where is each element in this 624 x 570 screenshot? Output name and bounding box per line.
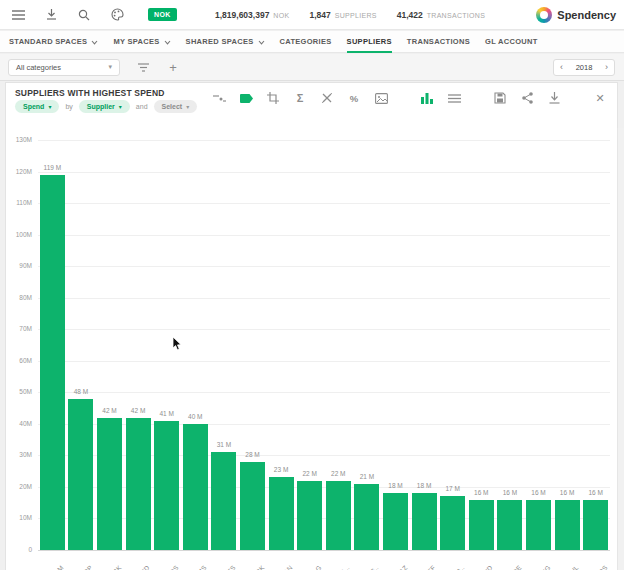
bar-UTERS[interactable] [154, 421, 179, 550]
gridline [38, 235, 610, 236]
y-tick-label: 0 [6, 546, 32, 553]
tab-gl-account[interactable]: GL ACCOUNT [485, 31, 538, 53]
bar-KONG[interactable] [526, 500, 551, 550]
category-select[interactable]: All categories ▾ [8, 59, 120, 76]
top-bar: NOK 1,819,603,397NOK1,847SUPPLIERS41,422… [0, 0, 624, 30]
close-icon[interactable]: ✕ [593, 91, 607, 105]
bar-ESTOP[interactable] [68, 399, 93, 550]
year-value[interactable]: 2018 [576, 63, 593, 72]
chart-panel: SUPPLIERS WITH HIGHEST SPEND Spend▾ by S… [5, 82, 618, 570]
bar-ROCK[interactable] [240, 462, 265, 550]
bar-FOODS[interactable] [583, 500, 608, 550]
gridline [38, 392, 610, 393]
palette-icon[interactable] [109, 7, 125, 23]
bar-SUL..[interactable] [326, 481, 351, 550]
sum-icon[interactable]: Σ [293, 91, 307, 105]
export-download-icon[interactable] [547, 91, 561, 105]
bar-Y BIG..[interactable] [354, 484, 379, 550]
tab-transactions[interactable]: TRANSACTIONS [407, 31, 470, 53]
stat: 41,422TRANSACTIONS [397, 10, 485, 20]
bar-value-label: 16 M [576, 489, 616, 496]
bar-AWA..[interactable] [440, 496, 465, 550]
app-window: NOK 1,819,603,397NOK1,847SUPPLIERS41,422… [0, 0, 624, 570]
y-tick-label: 120M [6, 168, 32, 175]
bar-value-label: 21 M [347, 473, 387, 480]
share-icon[interactable] [520, 91, 534, 105]
y-tick-label: 110M [6, 199, 32, 206]
year-next-button[interactable]: › [605, 63, 608, 72]
panel-title: SUPPLIERS WITH HIGHEST SPEND [15, 88, 165, 98]
percent-icon[interactable]: % [347, 91, 361, 105]
y-tick-label: 50M [6, 388, 32, 395]
strikethrough-x-icon[interactable] [320, 91, 334, 105]
tab-shared-spaces[interactable]: SHARED SPACES [186, 31, 265, 53]
gridline [38, 361, 610, 362]
bar-SPAN[interactable] [269, 477, 294, 550]
gridline [38, 140, 610, 141]
trend-icon[interactable] [212, 91, 226, 105]
scrollbar[interactable] [617, 128, 624, 570]
bar-AERSK[interactable] [97, 418, 122, 550]
gridline [38, 329, 610, 330]
chevron-down-icon: ▾ [186, 103, 189, 110]
toolbar-separator [474, 91, 480, 105]
toolbar-separator [401, 91, 407, 105]
download-icon[interactable] [43, 7, 59, 23]
chevron-down-icon: ▾ [48, 103, 51, 110]
year-prev-button[interactable]: ‹ [560, 63, 563, 72]
tab-my-spaces[interactable]: MY SPACES [113, 31, 170, 53]
bar-value-label: 31 M [204, 441, 244, 448]
main-nav: STANDARD SPACESMY SPACESSHARED SPACESCAT… [0, 31, 624, 53]
tab-suppliers[interactable]: SUPPLIERS [347, 31, 392, 53]
secondary-select-pill[interactable]: Select▾ [154, 100, 198, 113]
image-icon[interactable] [374, 91, 388, 105]
bar-value-label: 40 M [175, 413, 215, 420]
bar-KAMAZ[interactable] [383, 493, 408, 550]
bar-value-label: 28 M [233, 451, 273, 458]
x-category-label: .COM [3, 564, 65, 570]
gridline [38, 298, 610, 299]
bar-STUFF[interactable] [412, 493, 437, 550]
chevron-down-icon: ▾ [119, 103, 122, 110]
search-icon[interactable] [76, 7, 92, 23]
brand: Spendency [536, 0, 616, 30]
filter-icon[interactable] [136, 60, 150, 74]
chevron-down-icon: ▾ [108, 63, 112, 71]
save-icon[interactable] [493, 91, 507, 105]
y-tick-label: 60M [6, 357, 32, 364]
stat: 1,847SUPPLIERS [309, 10, 376, 20]
crop-icon[interactable] [266, 91, 280, 105]
brand-name: Spendency [557, 9, 616, 21]
toolbar-separator [574, 91, 580, 105]
y-tick-label: 70M [6, 325, 32, 332]
currency-badge[interactable]: NOK [148, 8, 177, 21]
bar-.COM[interactable] [40, 175, 65, 550]
y-tick-label: 80M [6, 294, 32, 301]
y-tick-label: 40M [6, 420, 32, 427]
bar-RA LTD[interactable] [126, 418, 151, 550]
x-axis-line [38, 550, 610, 551]
bar-value-label: 48 M [61, 388, 101, 395]
list-view-icon[interactable] [447, 91, 461, 105]
label-icon[interactable] [239, 91, 253, 105]
bar-RISES[interactable] [211, 452, 236, 550]
dimension-pill[interactable]: Supplier▾ [79, 100, 130, 113]
brand-logo-icon [536, 7, 552, 23]
bar-WARE[interactable] [497, 500, 522, 550]
bar-CH OIL[interactable] [555, 500, 580, 550]
gridline [38, 172, 610, 173]
tab-categories[interactable]: CATEGORIES [280, 31, 332, 53]
y-tick-label: 30M [6, 451, 32, 458]
menu-icon[interactable] [10, 7, 26, 23]
bar-ND AG[interactable] [297, 481, 322, 550]
measure-pill[interactable]: Spend▾ [15, 100, 59, 113]
topbar-stats: 1,819,603,397NOK1,847SUPPLIERS41,422TRAN… [215, 0, 485, 30]
filter-bar: All categories ▾ + ‹ 2018 › [0, 54, 624, 81]
y-tick-label: 100M [6, 231, 32, 238]
y-tick-label: 90M [6, 262, 32, 269]
y-tick-label: 10M [6, 514, 32, 521]
tab-standard-spaces[interactable]: STANDARD SPACES [9, 31, 98, 53]
bar-LOND[interactable] [469, 500, 494, 550]
add-filter-icon[interactable]: + [166, 60, 180, 74]
bar-chart-icon[interactable] [420, 91, 434, 105]
